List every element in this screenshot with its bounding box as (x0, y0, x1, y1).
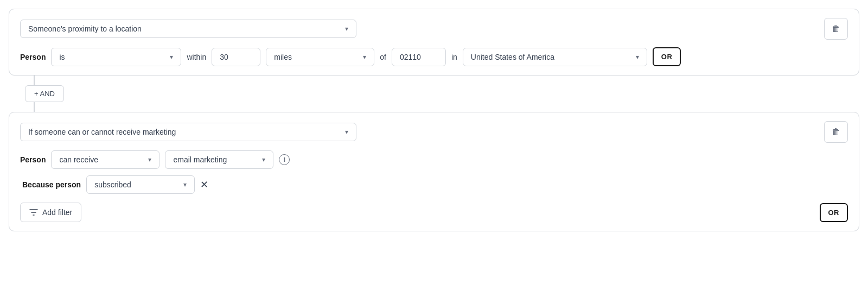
subscribed-label: subscribed (94, 180, 131, 189)
delete-button-1[interactable]: 🗑 (824, 18, 848, 40)
unit-label: miles (274, 53, 292, 61)
chevron-down-icon-is: ▾ (170, 53, 173, 61)
in-label: in (451, 53, 457, 61)
condition-type-label-2: If someone can or cannot receive marketi… (28, 128, 176, 136)
chevron-down-icon-marketing: ▾ (262, 156, 265, 163)
condition-header-2: If someone can or cannot receive marketi… (20, 121, 848, 143)
add-filter-label: Add filter (42, 208, 72, 217)
country-label: United States of America (471, 53, 554, 61)
trash-icon-2: 🗑 (832, 127, 840, 137)
person-label-2: Person (20, 155, 46, 164)
condition-header-left-2: If someone can or cannot receive marketi… (20, 123, 356, 141)
trash-icon-1: 🗑 (832, 24, 840, 34)
chevron-down-icon-receive: ▾ (148, 156, 151, 163)
chevron-down-icon-subscribed: ▾ (183, 181, 187, 188)
distance-input[interactable] (212, 48, 260, 66)
condition-block-2: If someone can or cannot receive marketi… (9, 112, 859, 231)
close-icon[interactable]: ✕ (200, 179, 208, 191)
is-label: is (59, 53, 65, 61)
condition-header-1: Someone's proximity to a location ▾ 🗑 (20, 18, 848, 40)
marketing-label: email marketing (173, 155, 227, 164)
condition-type-label-1: Someone's proximity to a location (28, 24, 142, 33)
condition-type-dropdown-2[interactable]: If someone can or cannot receive marketi… (20, 123, 356, 141)
marketing-dropdown[interactable]: email marketing ▾ (165, 150, 273, 169)
sub-condition-row: Because person subscribed ▾ ✕ (22, 175, 848, 194)
condition-row-2: Person can receive ▾ email marketing ▾ i (20, 150, 848, 169)
chevron-down-icon-2: ▾ (345, 128, 348, 136)
receive-dropdown[interactable]: can receive ▾ (51, 150, 159, 169)
chevron-down-icon-country: ▾ (636, 53, 639, 61)
delete-button-2[interactable]: 🗑 (824, 121, 848, 143)
unit-dropdown[interactable]: miles ▾ (266, 48, 374, 66)
condition-block-1: Someone's proximity to a location ▾ 🗑 Pe… (9, 9, 859, 75)
chevron-down-icon-1: ▾ (345, 25, 348, 33)
within-label: within (187, 53, 206, 61)
and-button[interactable]: + AND (25, 85, 64, 102)
chevron-down-icon-unit: ▾ (363, 53, 366, 61)
subscribed-dropdown[interactable]: subscribed ▾ (86, 175, 195, 194)
receive-label: can receive (59, 155, 98, 164)
add-filter-button[interactable]: Add filter (20, 203, 81, 222)
condition-row-1: Person is ▾ within miles ▾ of in United … (20, 47, 848, 66)
condition-type-dropdown-1[interactable]: Someone's proximity to a location ▾ (20, 20, 356, 38)
and-line-bottom (34, 102, 35, 112)
info-icon[interactable]: i (279, 154, 290, 165)
and-line-top (34, 75, 35, 85)
person-label-1: Person (20, 53, 46, 61)
condition-header-left-1: Someone's proximity to a location ▾ (20, 20, 356, 38)
of-label: of (380, 53, 386, 61)
country-dropdown[interactable]: United States of America ▾ (463, 48, 647, 66)
condition-footer-2: Add filter OR (20, 203, 848, 222)
because-person-label: Because person (22, 180, 81, 189)
or-button-2[interactable]: OR (820, 203, 848, 222)
is-dropdown[interactable]: is ▾ (51, 48, 181, 66)
filter-icon (29, 208, 38, 217)
postal-input[interactable] (392, 48, 446, 66)
and-connector: + AND (25, 75, 859, 112)
or-button-1[interactable]: OR (653, 47, 681, 66)
